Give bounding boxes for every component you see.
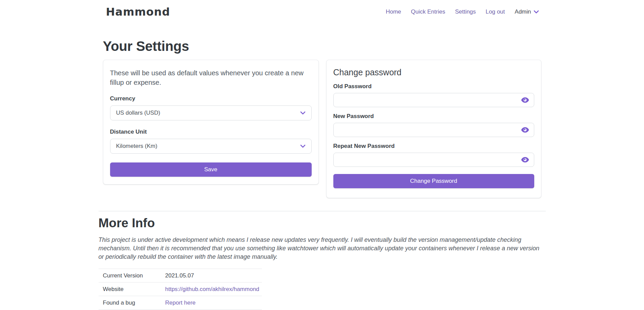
chevron-down-icon bbox=[300, 111, 306, 115]
nav-logout[interactable]: Log out bbox=[486, 8, 505, 15]
header: Hammond Home Quick Entries Settings Log … bbox=[0, 0, 644, 18]
table-row: Found a bug Report here bbox=[99, 296, 262, 310]
brand-logo[interactable]: Hammond bbox=[106, 5, 170, 18]
info-row-label: Found a bug bbox=[103, 299, 165, 306]
more-info-section: More Info This project is under active d… bbox=[99, 215, 546, 310]
password-card: Change password Old Password New Passwor… bbox=[326, 60, 541, 198]
user-menu-admin[interactable]: Admin bbox=[515, 8, 539, 15]
user-menu-label: Admin bbox=[515, 8, 531, 15]
page-title: Your Settings bbox=[99, 38, 546, 55]
nav-quick-entries[interactable]: Quick Entries bbox=[411, 8, 445, 15]
old-password-label: Old Password bbox=[333, 83, 534, 90]
old-password-field-wrap bbox=[333, 93, 534, 107]
repeat-new-password-label: Repeat New Password bbox=[333, 143, 534, 150]
old-password-input[interactable] bbox=[333, 93, 534, 107]
currency-select[interactable]: US dollars (USD) bbox=[110, 105, 312, 120]
nav-settings[interactable]: Settings bbox=[455, 8, 476, 15]
table-row: Current Version 2021.05.07 bbox=[99, 269, 262, 283]
chevron-down-icon bbox=[300, 144, 306, 148]
report-bug-link[interactable]: Report here bbox=[165, 299, 262, 306]
website-link[interactable]: https://github.com/akhilrex/hammond bbox=[165, 286, 262, 293]
eye-icon[interactable] bbox=[521, 97, 529, 103]
repeat-new-password-input[interactable] bbox=[333, 153, 534, 167]
info-table: Current Version 2021.05.07 Website https… bbox=[99, 269, 262, 310]
chevron-down-icon bbox=[534, 10, 539, 14]
eye-icon[interactable] bbox=[521, 127, 529, 133]
new-password-label: New Password bbox=[333, 113, 534, 120]
defaults-description: These will be used as default values whe… bbox=[110, 68, 312, 87]
more-info-note: This project is under active development… bbox=[99, 236, 546, 261]
new-password-input[interactable] bbox=[333, 123, 534, 137]
save-button[interactable]: Save bbox=[110, 162, 312, 177]
info-row-value: 2021.05.07 bbox=[165, 272, 262, 279]
main-content: Your Settings These will be used as defa… bbox=[99, 38, 546, 310]
settings-cards: These will be used as default values whe… bbox=[103, 60, 541, 198]
currency-select-value: US dollars (USD) bbox=[116, 110, 160, 116]
eye-icon[interactable] bbox=[521, 157, 529, 163]
currency-label: Currency bbox=[110, 95, 312, 102]
defaults-card: These will be used as default values whe… bbox=[103, 60, 319, 185]
distance-unit-select-value: Kilometers (Km) bbox=[116, 143, 158, 150]
section-divider bbox=[99, 211, 546, 211]
info-row-label: Website bbox=[103, 286, 165, 293]
password-card-title: Change password bbox=[333, 67, 534, 77]
info-row-label: Current Version bbox=[103, 272, 165, 279]
new-password-field-wrap bbox=[333, 123, 534, 137]
table-row: Website https://github.com/akhilrex/hamm… bbox=[99, 283, 262, 296]
more-info-title: More Info bbox=[99, 215, 546, 231]
distance-unit-select[interactable]: Kilometers (Km) bbox=[110, 139, 312, 154]
repeat-new-password-field-wrap bbox=[333, 153, 534, 167]
distance-unit-label: Distance Unit bbox=[110, 129, 312, 135]
nav-home[interactable]: Home bbox=[386, 8, 401, 15]
main-nav: Home Quick Entries Settings Log out Admi… bbox=[386, 8, 539, 15]
change-password-button[interactable]: Change Password bbox=[333, 174, 534, 188]
